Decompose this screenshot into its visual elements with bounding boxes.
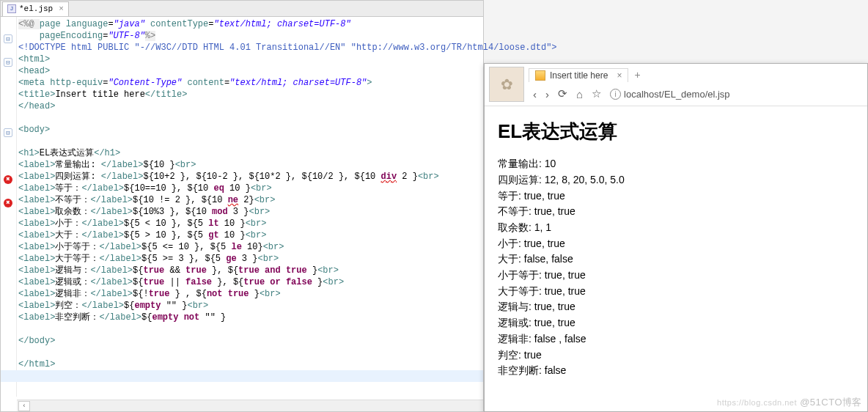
page-line: 取余数: 1, 1 (498, 220, 854, 236)
editor-tab-label: *el.jsp (19, 4, 53, 13)
home-button[interactable]: ⌂ (576, 88, 583, 100)
close-icon[interactable]: × (59, 4, 64, 13)
error-icon[interactable]: ✖ (4, 175, 12, 184)
fold-icon[interactable]: ⊟ (4, 128, 12, 137)
close-icon[interactable]: × (617, 70, 622, 81)
editor-tab-bar: J *el.jsp × (1, 1, 483, 17)
info-icon[interactable]: i (610, 89, 621, 100)
page-line: 等于: true, true (498, 188, 854, 205)
browser-tab[interactable]: Insert title here × (529, 68, 628, 82)
url-text: localhost/EL_demo/el.jsp (624, 89, 730, 100)
browser-titlebar: ✿ Insert title here × + ‹ › ⟳ ⌂ ☆ i loca… (485, 64, 867, 106)
browser-tab-row: Insert title here × + (529, 67, 863, 83)
current-line-highlight (1, 370, 483, 382)
page-line: 常量输出: 10 (498, 156, 854, 172)
scroll-left-button[interactable]: ‹ (18, 401, 30, 411)
page-heading: EL表达式运算 (498, 117, 854, 146)
page-line: 非空判断: false (498, 363, 854, 379)
page-line: 判空: true (498, 347, 854, 364)
page-line: 大于等于: true, true (498, 284, 854, 300)
horizontal-scrollbar[interactable]: ‹ (17, 400, 483, 411)
page-line: 逻辑非: false , false (498, 331, 854, 347)
page-line: 四则运算: 12, 8, 20, 5.0, 5.0 (498, 172, 854, 188)
browser-window: ✿ Insert title here × + ‹ › ⟳ ⌂ ☆ i loca… (484, 63, 868, 412)
browser-avatar-icon: ✿ (489, 67, 524, 102)
code-area[interactable]: <%@ page language="java" contentType="te… (18, 18, 557, 370)
address-bar[interactable]: i localhost/EL_demo/el.jsp (610, 89, 730, 100)
editor-tab[interactable]: J *el.jsp × (2, 1, 69, 16)
code-editor-pane: J *el.jsp × ⊟ ⊟ ⊟ ✖ ✖ <%@ page language=… (0, 0, 484, 412)
star-button[interactable]: ☆ (592, 87, 601, 100)
fold-icon[interactable]: ⊟ (4, 34, 12, 43)
page-line: 不等于: true, true (498, 204, 854, 220)
favicon-icon (535, 70, 545, 81)
page-line: 小于: true, true (498, 236, 854, 252)
page-line: 逻辑与: true, true (498, 299, 854, 315)
jsp-file-icon: J (7, 4, 16, 13)
watermark: https://blog.csdn.net @51CTO博客 (717, 396, 862, 409)
page-line: 逻辑或: true, true (498, 315, 854, 331)
page-line: 小于等于: true, true (498, 268, 854, 284)
browser-tab-title: Insert title here (550, 70, 608, 81)
forward-button[interactable]: › (545, 88, 549, 100)
page-line: 大于: false, false (498, 251, 854, 268)
browser-page-content: EL表达式运算 常量输出: 10 四则运算: 12, 8, 20, 5.0, 5… (485, 106, 867, 389)
fold-icon[interactable]: ⊟ (4, 58, 12, 67)
browser-toolbar: ‹ › ⟳ ⌂ ☆ i localhost/EL_demo/el.jsp (529, 83, 863, 105)
back-button[interactable]: ‹ (533, 88, 537, 100)
new-tab-button[interactable]: + (634, 69, 640, 81)
error-icon[interactable]: ✖ (4, 199, 12, 207)
editor-gutter: ⊟ ⊟ ⊟ ✖ ✖ (1, 17, 17, 397)
reload-button[interactable]: ⟳ (558, 87, 567, 100)
